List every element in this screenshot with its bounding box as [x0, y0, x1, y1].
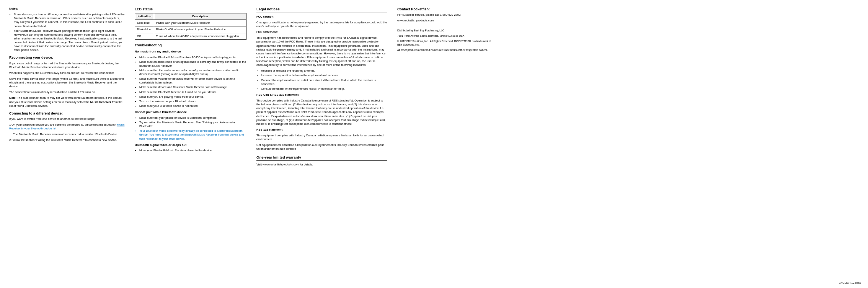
- no-music-heading: No music from my audio device: [135, 50, 246, 54]
- led-col-description: Description: [154, 13, 246, 20]
- notes-list: Some devices, such as an iPhone, connect…: [14, 13, 125, 52]
- cannot-pair-heading: Cannot pair with a Bluetooth device: [135, 110, 246, 115]
- no-music-item: Make sure the Bluetooth function is turn…: [139, 90, 246, 94]
- warranty-section: One-year limited warranty Visit www.rock…: [256, 155, 387, 167]
- led-description-cell: Turns off when the AC/DC adapter is not …: [154, 33, 246, 39]
- no-music-item: Make sure that the audio source selectio…: [139, 69, 246, 76]
- led-description-cell: Blinks On/Off when not paired to your Bl…: [154, 26, 246, 33]
- page-layout: Notes: Some devices, such as an iPhone, …: [8, 7, 860, 169]
- no-music-item: Make sure the volume of the audio receiv…: [139, 77, 246, 85]
- connecting-step2: The Bluetooth Music Receiver can now be …: [13, 133, 125, 136]
- contact-body: For customer service, please call 1-800-…: [397, 13, 494, 17]
- contact-url: www.rocketfishproducts.com: [397, 19, 494, 23]
- reconnecting-body2: When this happens, the LED will slowly b…: [9, 71, 125, 75]
- note-item-1: Some devices, such as an iPhone, connect…: [14, 13, 125, 28]
- led-col-indication: Indication: [135, 13, 154, 20]
- signal-heading: Bluetooth signal fades or drops out: [135, 143, 246, 147]
- fcc-statement: This equipment has been tested and found…: [256, 36, 387, 67]
- fcc-measures-list: Reorient or relocate the receiving anten…: [261, 69, 387, 91]
- connecting-step1: 1 On your Bluetooth device you are curre…: [9, 123, 125, 131]
- fcc-statement-heading: FCC statement:: [256, 30, 387, 34]
- connecting-step1-prefix: 1 On your Bluetooth device you are curre…: [9, 123, 117, 126]
- trademark: All other products and brand names are t…: [397, 48, 494, 52]
- reconnecting-note-para: Note: The auto connect feature may not w…: [9, 96, 125, 108]
- fcc-measure-item: Increase the separation between the equi…: [261, 74, 387, 77]
- led-table: Indication Description Solid bluePaired …: [135, 13, 246, 40]
- warranty-heading: One-year limited warranty: [256, 155, 387, 161]
- led-table-row: Blinks blueBlinks On/Off when not paired…: [135, 26, 246, 33]
- no-music-item: Make sure the Bluetooth Music Receiver A…: [139, 56, 246, 59]
- warranty-text: Visit: [256, 163, 263, 166]
- reconnecting-note-label: Note: [9, 96, 16, 100]
- note-item-2: Your Bluetooth Music Receiver saves pair…: [14, 29, 125, 52]
- column-4: Contact Rocketfish: For customer service…: [396, 7, 495, 169]
- cannot-pair-item: Make sure that your phone or device is B…: [139, 116, 246, 120]
- notes-heading: Notes:: [9, 7, 125, 11]
- no-music-item: Turn up the volume on your Bluetooth dev…: [139, 100, 246, 103]
- led-table-header-row: Indication Description: [135, 13, 246, 20]
- warranty-body: Visit www.rocketfishproducts.com for det…: [256, 163, 387, 167]
- distributed: Distributed by Best Buy Purchasing, LLC: [397, 29, 494, 32]
- connecting-heading: Connecting to a different device:: [9, 111, 125, 116]
- troubleshooting-heading: Troubleshooting: [135, 43, 246, 47]
- reconnecting-note-bold: Music Receiver: [90, 100, 111, 104]
- connecting-step3: 2 Follow the section "Pairing the Blueto…: [9, 138, 125, 142]
- rss102-heading: RSS-102 statement:: [256, 128, 387, 132]
- fcc-measure-item: Reorient or relocate the receiving anten…: [261, 69, 387, 73]
- signal-list: Move your Bluetooth Music Receiver close…: [139, 149, 246, 152]
- column-2: LED status Indication Description Solid …: [133, 7, 248, 169]
- address: 7601 Penn Avenue South, Richfield, MN 55…: [397, 34, 494, 38]
- rss-gen-body: This device complies with Industry Canad…: [256, 99, 387, 126]
- led-table-row: Solid bluePaired with your Bluetooth Mus…: [135, 20, 246, 26]
- signal-item: Move your Bluetooth Music Receiver close…: [139, 149, 246, 152]
- rss102-french: Cet équipement est conforme à l'expositi…: [256, 143, 387, 151]
- reconnecting-heading: Reconnecting your device:: [9, 55, 125, 60]
- fcc-caution: Changes or modifications not expressly a…: [256, 21, 387, 28]
- led-table-row: OffTurns off when the AC/DC adapter is n…: [135, 33, 246, 39]
- no-music-list: Make sure the Bluetooth Music Receiver A…: [139, 56, 246, 108]
- contact-heading: Contact Rocketfish:: [397, 7, 494, 11]
- no-music-item: Make sure you are playing music from you…: [139, 95, 246, 99]
- connecting-body: If you want to switch from one device to…: [9, 117, 125, 121]
- no-music-item: Make sure your Bluetooth device is not m…: [139, 104, 246, 108]
- led-indication-cell: Off: [135, 33, 154, 39]
- column-1: Notes: Some devices, such as an iPhone, …: [8, 7, 126, 169]
- warranty-link: www.rocketfishproducts.com: [263, 163, 299, 166]
- reconnecting-body4: The connection is automatically reestabl…: [9, 90, 125, 94]
- warranty-body2: for details.: [299, 163, 313, 166]
- cannot-pair-item: Try re-pairing the Bluetooth Music Recei…: [139, 121, 246, 128]
- page-num-text: ENGLISH 12-0452: [839, 281, 861, 284]
- reconnecting-body: If you move out of range or turn off the…: [9, 62, 125, 69]
- cannot-pair-item: Your Bluetooth Music Receiver may alread…: [139, 129, 246, 141]
- reconnecting-body3: Move the music device back into range (w…: [9, 77, 125, 88]
- fcc-measure-item: Consult the dealer or an experienced rad…: [261, 87, 387, 91]
- column-3: Legal notices FCC caution: Changes or mo…: [255, 7, 389, 169]
- fcc-caution-heading: FCC caution:: [256, 15, 387, 19]
- led-heading: LED status: [135, 7, 246, 11]
- fcc-measure-item: Connect the equipment into an outlet on …: [261, 79, 387, 86]
- led-indication-cell: Blinks blue: [135, 26, 154, 33]
- legal-heading: Legal notices: [256, 7, 387, 13]
- led-description-cell: Paired with your Bluetooth Music Receive…: [154, 20, 246, 26]
- page-number: ENGLISH 12-0452: [839, 281, 861, 285]
- cannot-pair-list: Make sure that your phone or device is B…: [139, 116, 246, 141]
- led-indication-cell: Solid blue: [135, 20, 154, 26]
- no-music-item: Make sure an audio cable or an optical c…: [139, 60, 246, 68]
- rss102-body: This equipment complies with Industry Ca…: [256, 134, 387, 141]
- rss-gen-heading: RSS-Gen & RSS-210 statement:: [256, 93, 387, 97]
- copyright: © 2012 BBY Solutions, Inc.. All Rights R…: [397, 39, 494, 46]
- no-music-item: Make sure the device and Bluetooth Music…: [139, 85, 246, 89]
